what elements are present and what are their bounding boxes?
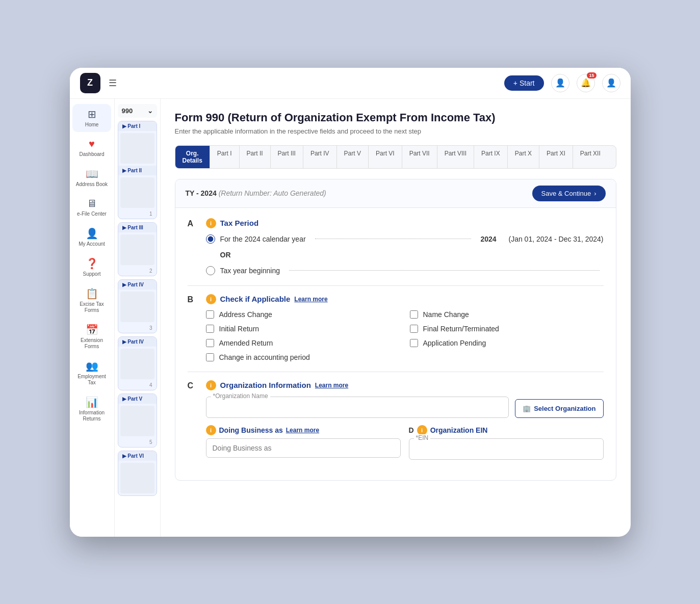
accounting-period-checkbox[interactable]	[206, 353, 214, 361]
section-b-learn-more[interactable]: Learn more	[294, 296, 327, 303]
form-number-label: 990	[122, 107, 133, 115]
notifications-badge: 15	[587, 72, 596, 78]
tab-part-9[interactable]: Part IX	[474, 146, 508, 168]
doing-business-learn-more[interactable]: Learn more	[286, 427, 319, 434]
tab-part-6[interactable]: Part VI	[369, 146, 402, 168]
excise-tax-icon: 📋	[86, 287, 98, 300]
profile-button[interactable]: 👤	[602, 74, 620, 92]
section-a-content: i Tax Period For the 2024 calendar year …	[206, 218, 604, 275]
sidebar-item-label-efile: e-File Center	[77, 211, 107, 217]
tab-part-5[interactable]: Part V	[337, 146, 369, 168]
divider-ab	[188, 285, 604, 286]
tab-part-10[interactable]: Part X	[508, 146, 539, 168]
sidebar-item-address-book[interactable]: 📖 Address Book	[72, 164, 111, 192]
final-return-checkbox[interactable]	[410, 325, 418, 333]
team-icon-button[interactable]: 👤	[551, 74, 569, 92]
application-pending-checkbox[interactable]	[410, 339, 418, 347]
form-body: A i Tax Period For the 2024 calendar y	[175, 208, 616, 480]
tax-year-beginning-label: Tax year beginning	[220, 267, 280, 275]
section-c-learn-more[interactable]: Learn more	[315, 382, 348, 389]
sidebar-item-account[interactable]: 👤 My Account	[72, 223, 111, 251]
sidebar-item-extension[interactable]: 📅 Extension Forms	[72, 320, 111, 354]
sidebar-item-label-excise: Excise Tax Forms	[74, 301, 109, 313]
accounting-period-label: Change in accounting period	[219, 353, 310, 361]
tab-org-details[interactable]: Org.Details	[175, 146, 210, 168]
sub-nav-thumbnail-5	[120, 406, 154, 436]
ein-input[interactable]	[409, 438, 604, 460]
sidebar-item-info-returns[interactable]: 📊 Information Returns	[72, 392, 111, 426]
sidebar-item-label-employment: Employment Tax	[74, 374, 109, 386]
amended-return-checkbox[interactable]	[206, 339, 214, 347]
ein-info-icon: i	[417, 425, 427, 435]
section-a-info-icon: i	[206, 218, 216, 228]
save-continue-button[interactable]: Save & Continue ›	[532, 186, 606, 201]
or-label: OR	[220, 251, 604, 259]
chevron-down-icon: ⌄	[147, 107, 153, 115]
form-title: Form 990 (Return of Organization Exempt …	[175, 111, 616, 124]
checkbox-final-return: Final Return/Terminated	[410, 325, 604, 333]
tab-part-4[interactable]: Part IV	[303, 146, 337, 168]
tax-year-beginning-radio[interactable]	[206, 266, 215, 275]
doing-business-row: i Doing Business as Learn more	[206, 425, 604, 460]
support-icon: ❓	[86, 257, 98, 270]
sub-nav-part-1-header[interactable]: ▶ Part I	[118, 121, 157, 131]
calendar-year-label: For the 2024 calendar year	[220, 235, 306, 243]
tab-part-1[interactable]: Part I	[210, 146, 240, 168]
doing-business-input[interactable]	[206, 438, 401, 458]
checkbox-initial-return: Initial Return	[206, 325, 400, 333]
sub-nav-thumbnail-1	[120, 133, 154, 164]
topbar-right: + Start 👤 🔔 15 👤	[504, 74, 620, 92]
tab-part-8[interactable]: Part VIII	[437, 146, 474, 168]
sub-nav-section-3: ▶ Part IV 3	[118, 279, 157, 333]
sidebar-item-label-extension: Extension Forms	[74, 337, 109, 350]
calendar-year-radio[interactable]	[206, 234, 215, 244]
sidebar-item-excise-tax[interactable]: 📋 Excise Tax Forms	[72, 283, 111, 318]
section-d-letter: D	[409, 426, 414, 434]
start-button[interactable]: + Start	[504, 75, 544, 91]
address-book-icon: 📖	[86, 168, 98, 180]
org-name-input[interactable]	[206, 397, 509, 418]
sidebar-item-home[interactable]: ⊞ Home	[72, 104, 111, 132]
tab-part-11[interactable]: Part XI	[539, 146, 573, 168]
dashboard-icon: ♥	[89, 138, 95, 150]
tab-part-2[interactable]: Part II	[240, 146, 271, 168]
sub-nav-part-4a-header[interactable]: ▶ Part IV	[118, 280, 157, 290]
sub-nav-part-3-header[interactable]: ▶ Part III	[118, 223, 157, 232]
sub-nav-thumbnail-3	[120, 234, 154, 265]
chevron-right-icon: ›	[594, 190, 596, 197]
sub-nav-part-2-header[interactable]: ▶ Part II	[118, 166, 157, 175]
home-icon: ⊞	[88, 108, 96, 120]
menu-icon[interactable]: ☰	[109, 77, 117, 89]
org-name-wrapper: *Organization Name	[206, 397, 509, 418]
sidebar-item-employment[interactable]: 👥 Employment Tax	[72, 356, 111, 390]
name-change-checkbox[interactable]	[410, 310, 418, 319]
select-org-button[interactable]: 🏢 Select Organization	[515, 399, 603, 418]
initial-return-checkbox[interactable]	[206, 325, 214, 333]
tab-part-12[interactable]: Part XII	[573, 146, 608, 168]
notifications-button[interactable]: 🔔 15	[577, 74, 595, 92]
sub-nav-header[interactable]: 990 ⌄	[118, 104, 157, 118]
sidebar-item-label-address: Address Book	[76, 181, 108, 188]
sub-nav-part-4b-header[interactable]: ▶ Part IV	[118, 337, 157, 347]
section-a-letter: A	[188, 218, 198, 275]
return-note: (Return Number: Auto Generated)	[219, 189, 326, 197]
sub-nav-thumbnail-4b	[120, 349, 154, 379]
sub-nav-part-5-header[interactable]: ▶ Part V	[118, 394, 157, 404]
sidebar-item-dashboard[interactable]: ♥ Dashboard	[72, 134, 111, 162]
address-change-checkbox[interactable]	[206, 310, 214, 319]
dotted-separator-2	[289, 270, 599, 271]
bell-icon: 🔔	[581, 78, 591, 88]
form-panel: 990 ⌄ ▶ Part I ▶ Part II 1 ▶ Part III 2 …	[115, 99, 631, 537]
sidebar-item-efile[interactable]: 🖥 e-File Center	[72, 194, 111, 221]
logo[interactable]: Z	[80, 73, 100, 93]
sub-nav-part-6-header[interactable]: ▶ Part VI	[118, 451, 157, 461]
tab-part-7[interactable]: Part VII	[402, 146, 437, 168]
address-change-label: Address Change	[219, 310, 272, 319]
form-card: TY - 2024 (Return Number: Auto Generated…	[175, 179, 616, 481]
tab-part-3[interactable]: Part III	[271, 146, 303, 168]
sub-nav-thumbnail-2	[120, 177, 154, 208]
section-b-letter: B	[188, 294, 198, 361]
sidebar-item-support[interactable]: ❓ Support	[72, 253, 111, 281]
ein-input-label: *EIN	[414, 434, 431, 441]
section-b-title: i Check if Applicable Learn more	[206, 294, 604, 304]
